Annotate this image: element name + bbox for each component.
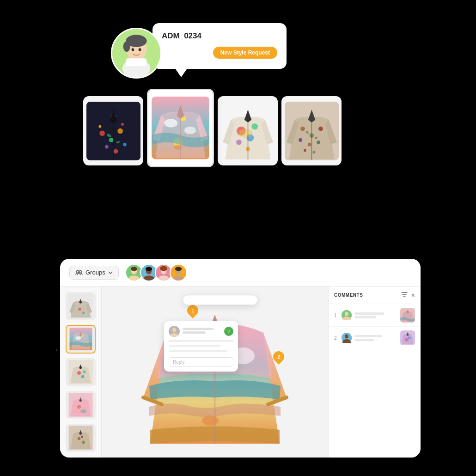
svg-point-35 — [236, 140, 242, 145]
svg-point-68 — [78, 307, 81, 310]
svg-point-34 — [251, 123, 258, 129]
groups-label: Groups — [85, 269, 105, 276]
chevron-down-icon — [108, 271, 113, 274]
svg-point-85 — [82, 441, 85, 444]
comment-entry-1: 1 — [329, 304, 421, 327]
comments-panel: COMMENTS × 1 — [328, 287, 421, 458]
reply-input[interactable]: Reply — [169, 357, 233, 367]
user-avatar — [111, 28, 162, 79]
svg-rect-7 — [126, 58, 146, 66]
comments-header: COMMENTS × — [329, 287, 421, 304]
svg-point-66 — [175, 267, 181, 271]
svg-point-102 — [345, 335, 348, 339]
svg-point-92 — [202, 415, 219, 426]
thumbnail-1[interactable] — [66, 292, 96, 320]
comment-num-1: 1 — [334, 313, 339, 318]
card-id: ADM_0234 — [162, 31, 277, 41]
svg-point-60 — [145, 267, 152, 271]
svg-point-48 — [312, 151, 315, 153]
svg-point-5 — [123, 41, 130, 52]
jacket-item-1[interactable] — [83, 96, 143, 165]
svg-point-104 — [405, 338, 409, 342]
jacket-item-4[interactable] — [281, 96, 342, 165]
svg-point-75 — [77, 371, 81, 375]
thumbnail-sidebar — [60, 287, 102, 458]
jacket-row — [83, 92, 342, 170]
svg-point-41 — [300, 126, 305, 131]
comment-num-2: 2 — [334, 336, 339, 341]
thumbnail-2-active[interactable] — [66, 325, 96, 353]
avatar-group — [125, 264, 187, 281]
svg-point-96 — [172, 328, 176, 332]
popup-line-2 — [183, 331, 206, 334]
comment-popup — [183, 295, 257, 305]
svg-point-25 — [164, 119, 177, 128]
jacket-item-2-selected[interactable] — [147, 89, 214, 167]
svg-point-77 — [83, 371, 85, 373]
ce-lines-1 — [354, 312, 397, 318]
top-section: ADM_0234 New Style Request — [83, 18, 393, 217]
ce-thumb-1 — [400, 308, 415, 323]
svg-point-17 — [122, 142, 126, 146]
svg-point-69 — [82, 311, 85, 314]
comment-entry-2: 2 — [329, 327, 421, 349]
filter-icon[interactable] — [401, 291, 408, 299]
ce-thumb-2 — [400, 330, 415, 345]
svg-point-45 — [307, 142, 311, 146]
popup-body — [169, 340, 233, 354]
comments-title: COMMENTS — [334, 293, 363, 298]
comments-actions: × — [401, 291, 415, 299]
svg-point-37 — [239, 128, 252, 138]
svg-point-43 — [318, 126, 323, 131]
svg-point-18 — [98, 125, 101, 128]
group-avatar-4 — [170, 264, 187, 281]
svg-point-46 — [317, 140, 320, 144]
svg-point-19 — [121, 122, 124, 125]
svg-point-84 — [78, 437, 80, 440]
new-style-button[interactable]: New Style Request — [213, 47, 277, 59]
svg-point-15 — [104, 145, 108, 148]
ce-lines-2 — [354, 335, 397, 341]
svg-point-14 — [117, 128, 123, 134]
svg-point-13 — [109, 138, 113, 142]
groups-bar: Groups — [60, 259, 421, 287]
comment-popup-inner: ✓ Reply — [164, 321, 238, 372]
check-icon[interactable]: ✓ — [224, 327, 233, 336]
jacket-item-3[interactable] — [218, 96, 278, 165]
ce-avatar-2 — [342, 333, 352, 343]
groups-button[interactable]: Groups — [69, 266, 119, 280]
svg-point-44 — [299, 138, 302, 142]
popup-line-1 — [183, 328, 214, 330]
svg-point-26 — [184, 127, 196, 134]
main-canvas: 1 2 — [102, 287, 328, 458]
svg-point-86 — [81, 436, 83, 438]
svg-point-12 — [99, 130, 105, 136]
thumbnail-4[interactable] — [66, 391, 96, 419]
thumbnail-5[interactable] — [66, 424, 96, 452]
navigation-arrow[interactable]: → — [50, 344, 59, 355]
popup-header: ✓ — [169, 326, 233, 337]
svg-point-9 — [139, 48, 141, 51]
groups-icon — [75, 269, 83, 276]
svg-point-72 — [75, 336, 81, 340]
ce-avatar-1 — [342, 310, 352, 320]
close-icon[interactable]: × — [411, 292, 415, 299]
popup-avatar — [169, 326, 180, 337]
svg-point-8 — [132, 48, 134, 51]
svg-point-98 — [345, 312, 348, 316]
svg-point-76 — [81, 375, 84, 378]
svg-point-57 — [130, 267, 137, 271]
svg-point-47 — [303, 149, 306, 152]
svg-point-105 — [408, 336, 411, 339]
thumbnail-3[interactable] — [66, 358, 96, 386]
svg-point-54 — [79, 270, 82, 273]
main-jacket-display: 1 2 — [141, 296, 289, 448]
svg-point-80 — [77, 405, 81, 409]
bottom-panel: Groups — [60, 259, 421, 458]
svg-point-81 — [80, 409, 86, 413]
svg-point-16 — [113, 149, 118, 153]
svg-point-63 — [160, 266, 167, 271]
info-card: ADM_0234 New Style Request — [153, 23, 287, 69]
svg-point-53 — [77, 270, 79, 273]
